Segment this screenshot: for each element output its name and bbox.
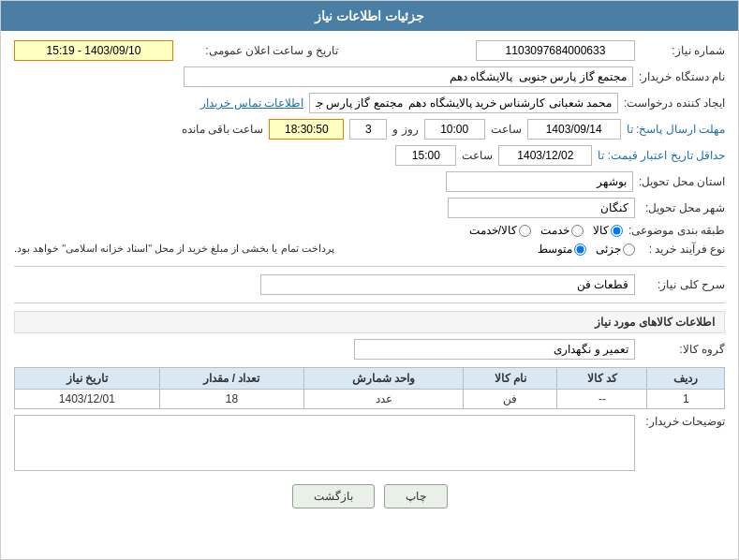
notes-row: توضیحات خریدار: <box>14 415 725 471</box>
nooe-mota[interactable]: متوسط <box>538 243 586 256</box>
sarh-label: سرح کلی نیاز: <box>641 278 725 291</box>
jadval-saaat-label: ساعت <box>462 149 493 162</box>
nooe-jozi[interactable]: جزئی <box>596 243 635 256</box>
notes-label: توضیحات خریدار: <box>641 415 725 428</box>
divider2 <box>14 302 725 303</box>
tabaqe-kala-radio[interactable] <box>611 225 623 237</box>
contact-link[interactable]: اطلاعات تماس خریدار <box>200 96 303 110</box>
col-name: نام کالا <box>464 368 557 390</box>
divider1 <box>14 266 725 267</box>
shomara-niaz-input[interactable] <box>476 40 635 61</box>
group-input[interactable] <box>354 339 635 360</box>
shahr-label: شهر محل تحویل: <box>641 201 725 214</box>
tabaqe-radio-group: کالا خدمت کالا/خدمت <box>469 224 623 237</box>
row-mohlat: مهلت ارسال پاسخ: تا ساعت روز و ساعت باقی… <box>14 119 725 140</box>
tabaqe-label: طبقه بندی موضوعی: <box>628 224 725 237</box>
shahr-input[interactable] <box>448 198 635 218</box>
nooe-mota-label: متوسط <box>538 243 572 256</box>
row-shahr: شهر محل تحویل: <box>14 198 725 218</box>
bottom-buttons: چاپ بازگشت <box>14 484 725 508</box>
nooe-label: نوع فرآیند خرید : <box>641 243 725 256</box>
sarh-input[interactable] <box>260 274 635 295</box>
cell-radif: 1 <box>647 390 725 409</box>
tabaqe-kala-khedmat[interactable]: کالا/خدمت <box>469 224 531 237</box>
items-table: ردیف کد کالا نام کالا واحد شمارش تعداد /… <box>14 367 725 409</box>
col-radif: ردیف <box>647 368 725 390</box>
items-table-section: ردیف کد کالا نام کالا واحد شمارش تعداد /… <box>14 367 725 409</box>
nam-dastgah-input[interactable] <box>184 66 633 87</box>
col-vahed: واحد شمارش <box>304 368 464 390</box>
note-text: پرداخت تمام یا بخشی از مبلغ خرید از محل … <box>14 243 334 255</box>
tabaqe-kalakhedmat-radio[interactable] <box>519 225 531 237</box>
tabaqe-kala-label: کالا <box>593 224 609 237</box>
tabaqe-kalakhedmat-label: کالا/خدمت <box>469 224 517 237</box>
remaining-label: ساعت باقی مانده <box>182 123 264 136</box>
cell-vahed: عدد <box>304 390 464 409</box>
row-ostan: استان محل تحویل: <box>14 171 725 192</box>
col-kod: کد کالا <box>557 368 647 390</box>
creator-input[interactable] <box>309 93 618 113</box>
row-sarh: سرح کلی نیاز: <box>14 274 725 295</box>
page-container: جزئیات اطلاعات نیاز شماره نیاز: تاریخ و … <box>0 0 739 560</box>
notes-textarea[interactable] <box>14 415 635 471</box>
col-tarikh: تاریخ نیاز <box>15 368 160 390</box>
row-creator: ایجاد کننده درخواست: اطلاعات تماس خریدار <box>14 93 725 113</box>
ostan-input[interactable] <box>446 171 633 192</box>
cell-kod: -- <box>557 390 647 409</box>
mohlat-remaining-input[interactable] <box>269 119 344 140</box>
ostan-label: استان محل تحویل: <box>639 175 725 188</box>
nooe-jozi-label: جزئی <box>596 243 621 256</box>
mohlat-label: مهلت ارسال پاسخ: تا <box>627 123 725 136</box>
page-header: جزئیات اطلاعات نیاز <box>1 1 738 31</box>
mohlat-days-input[interactable] <box>349 119 387 140</box>
rooz-label: روز و <box>392 123 418 136</box>
table-row: 1 -- فن عدد 18 1403/12/01 <box>15 390 725 409</box>
saaat-label: ساعت <box>491 123 522 136</box>
info-section-title: اطلاعات کالاهای مورد نیاز <box>14 311 725 333</box>
mohlat-date-input[interactable] <box>527 119 621 140</box>
back-button[interactable]: بازگشت <box>292 484 375 508</box>
cell-tedad: 18 <box>159 390 304 409</box>
tabaqe-khedmat[interactable]: خدمت <box>540 224 584 237</box>
nooe-mota-radio[interactable] <box>574 243 586 256</box>
jadval-time-input[interactable] <box>395 145 456 166</box>
creator-label: ایجاد کننده درخواست: <box>624 96 725 110</box>
jadval-label: حداقل تاریخ اعتبار قیمت: تا <box>598 149 725 162</box>
tabaqe-khedmat-label: خدمت <box>540 224 569 237</box>
main-content: شماره نیاز: تاریخ و ساعت اعلان عمومی: نا… <box>1 31 738 527</box>
row-jadval: حداقل تاریخ اعتبار قیمت: تا ساعت <box>14 145 725 166</box>
tarikh-input[interactable] <box>14 40 173 61</box>
tarikh-label: تاریخ و ساعت اعلان عمومی: <box>179 44 338 57</box>
group-label: گروه کالا: <box>641 343 725 356</box>
print-button[interactable]: چاپ <box>384 484 448 508</box>
nooe-jozi-radio[interactable] <box>623 243 635 256</box>
shomara-niaz-label: شماره نیاز: <box>641 44 725 57</box>
row-shomara-tarikh: شماره نیاز: تاریخ و ساعت اعلان عمومی: <box>14 40 725 61</box>
cell-tarikh: 1403/12/01 <box>15 390 160 409</box>
jadval-date-input[interactable] <box>498 145 592 166</box>
row-tabaqe: طبقه بندی موضوعی: کالا خدمت کالا/خدمت <box>14 224 725 237</box>
mohlat-time-input[interactable] <box>424 119 485 140</box>
col-tedad: تعداد / مقدار <box>159 368 304 390</box>
nooe-radio-group: جزئی متوسط <box>538 243 635 256</box>
row-nam-dastgah: نام دستگاه خریدار: <box>14 66 725 87</box>
nam-dastgah-label: نام دستگاه خریدار: <box>639 70 725 83</box>
tabaqe-kala[interactable]: کالا <box>593 224 623 237</box>
tabaqe-khedmat-radio[interactable] <box>571 225 584 237</box>
page-title: جزئیات اطلاعات نیاز <box>315 8 424 23</box>
row-group: گروه کالا: <box>14 339 725 360</box>
row-nooe: نوع فرآیند خرید : جزئی متوسط پرداخت تمام… <box>14 243 725 258</box>
cell-name: فن <box>464 390 557 409</box>
